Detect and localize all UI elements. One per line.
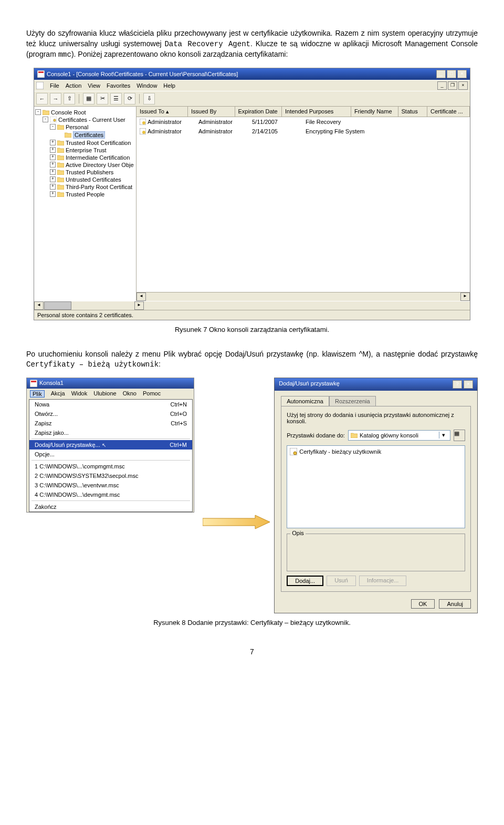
menu-window[interactable]: Window (136, 82, 157, 89)
tree-label: Certificates (73, 131, 105, 139)
k1-menu-widok[interactable]: Widok (71, 390, 88, 398)
tree-pane[interactable]: -Console Root-Certificates - Current Use… (34, 107, 136, 301)
expand-toggle[interactable]: + (50, 162, 56, 168)
back-button[interactable]: ← (36, 93, 48, 105)
menu-action[interactable]: Action (66, 82, 82, 89)
menu-item[interactable]: Dodaj/Usuń przystawkę... ↖Ctrl+M (29, 440, 192, 450)
snapin-listbox[interactable]: Certyfikaty - bieżący użytkownik (287, 445, 465, 528)
forward-button[interactable]: → (50, 93, 61, 105)
mdi-close[interactable]: × (458, 81, 468, 90)
menu-item[interactable]: 1 C:\WINDOWS\...\compmgmt.msc (29, 462, 192, 471)
scroll-right[interactable]: ► (460, 293, 470, 301)
combo-snapins[interactable]: Katalog główny konsoli ▾ (348, 430, 450, 441)
tree-item[interactable]: +Third-Party Root Certificat (35, 183, 135, 191)
tree-item[interactable]: +Enterprise Trust (35, 147, 135, 154)
dlg-close-button[interactable]: × (464, 380, 473, 389)
expand-toggle[interactable]: + (50, 176, 56, 182)
table-row[interactable]: AdministratorAdministrator2/14/2105Encry… (136, 127, 470, 136)
col-header[interactable]: Certificate ... (427, 107, 470, 117)
tree-item[interactable]: -Console Root (35, 109, 135, 116)
tscroll-right[interactable]: ► (134, 301, 144, 310)
expand-toggle[interactable]: - (35, 109, 41, 115)
menu-item[interactable]: Opcje... (29, 450, 192, 459)
expand-toggle[interactable]: - (50, 124, 56, 130)
export-button[interactable]: ⇩ (143, 93, 155, 105)
expand-toggle[interactable]: + (50, 169, 56, 175)
tree-item[interactable]: Certificates (35, 131, 135, 139)
minimize-button[interactable]: _ (436, 70, 446, 78)
col-header[interactable]: Status (398, 107, 428, 117)
expand-toggle[interactable]: + (50, 140, 56, 145)
expand-toggle[interactable]: + (50, 184, 56, 190)
remove-button[interactable]: Usuń (327, 576, 356, 586)
col-header[interactable]: Issued To ▴ (136, 107, 188, 117)
list-item[interactable]: Certyfikaty - bieżący użytkownik (289, 447, 463, 456)
tab-rozszerzenia[interactable]: Rozszerzenia (329, 396, 376, 406)
hscrollbar[interactable]: ◄ ► (136, 292, 470, 301)
info-button[interactable]: Informacje... (359, 576, 407, 586)
expand-toggle[interactable]: - (43, 117, 48, 122)
tree-item[interactable]: +Trusted People (35, 191, 135, 198)
table-row[interactable]: AdministratorAdministrator5/11/2007File … (136, 117, 470, 127)
menu-item[interactable]: Otwórz...Ctrl+O (29, 409, 192, 419)
show-tree-button[interactable]: ▦ (83, 93, 94, 105)
tree-hscroll[interactable]: ◄ ► (34, 301, 470, 310)
cert-icon (290, 448, 297, 455)
chevron-down-icon[interactable]: ▾ (439, 432, 448, 438)
tree-item[interactable]: +Trusted Publishers (35, 169, 135, 176)
k1-titlebar: Konsola1 (27, 378, 194, 389)
maximize-button[interactable]: □ (447, 70, 456, 78)
menu-item[interactable]: Zapisz jako... (29, 428, 192, 437)
menu-help[interactable]: Help (163, 82, 175, 89)
tree-item[interactable]: +Untrusted Certificates (35, 176, 135, 183)
tree-item[interactable]: +Active Directory User Obje (35, 161, 135, 169)
expand-toggle[interactable]: + (50, 191, 56, 197)
arrow-annotation (203, 514, 266, 531)
menu-view[interactable]: View (88, 82, 100, 89)
svg-marker-11 (203, 515, 270, 529)
up-button[interactable]: ⇧ (64, 93, 75, 105)
col-header[interactable]: Expiration Date (235, 107, 282, 117)
add-button[interactable]: Dodaj... (287, 576, 323, 586)
tree-item[interactable]: -Personal (35, 123, 135, 131)
svg-point-4 (54, 119, 56, 122)
dlg-help-button[interactable]: ? (453, 380, 462, 389)
menu-item[interactable]: 2 C:\WINDOWS\SYSTEM32\secpol.msc (29, 471, 192, 481)
menu-item[interactable]: Zakończ (29, 502, 192, 511)
refresh-button[interactable]: ⟳ (124, 93, 135, 105)
mdi-min[interactable]: _ (437, 81, 447, 90)
browse-button[interactable]: ▦ (454, 430, 465, 441)
tree-item[interactable]: -Certificates - Current User (35, 116, 135, 123)
tab-autonomiczna[interactable]: Autonomiczna (281, 396, 329, 406)
menu-file[interactable]: File (50, 82, 59, 89)
menu-item[interactable]: 3 C:\WINDOWS\...\eventvwr.msc (29, 481, 192, 490)
scroll-left[interactable]: ◄ (136, 293, 146, 301)
properties-button[interactable]: ☰ (110, 93, 122, 105)
k1-menu-okno[interactable]: Okno (123, 390, 136, 398)
menu-item[interactable]: 4 C:\WINDOWS\...\devmgmt.msc (29, 490, 192, 499)
tree-item[interactable]: +Intermediate Certification (35, 154, 135, 161)
k1-menu-pomoc[interactable]: Pomoc (143, 390, 161, 398)
tree-label: Trusted Publishers (66, 169, 113, 175)
menu-item[interactable]: NowaCtrl+N (29, 400, 192, 409)
mdi-restore[interactable]: ❐ (448, 81, 457, 90)
ok-button[interactable]: OK (411, 599, 435, 609)
k1-menu-ulubione[interactable]: Ulubione (93, 390, 116, 398)
tree-item[interactable]: +Trusted Root Certification (35, 139, 135, 147)
tscroll-left[interactable]: ◄ (34, 301, 44, 310)
k1-menu-akcja[interactable]: Akcja (51, 390, 65, 398)
menu-favorites[interactable]: Favorites (107, 82, 130, 89)
expand-toggle[interactable]: + (50, 154, 56, 160)
expand-toggle[interactable]: + (50, 147, 56, 153)
k1-title-text: Konsola1 (39, 380, 64, 387)
col-header[interactable]: Friendly Name (351, 107, 398, 117)
cut-button[interactable]: ✂ (97, 93, 108, 105)
close-button[interactable]: × (457, 70, 467, 78)
menu-item[interactable]: ZapiszCtrl+S (29, 419, 192, 428)
k1-menu-plik[interactable]: Plik (30, 390, 45, 398)
col-header[interactable]: Issued By (188, 107, 235, 117)
scroll-thumb[interactable] (44, 301, 71, 310)
combo-value: Katalog główny konsoli (360, 432, 439, 438)
col-header[interactable]: Intended Purposes (282, 107, 351, 117)
cancel-button[interactable]: Anuluj (439, 599, 471, 609)
